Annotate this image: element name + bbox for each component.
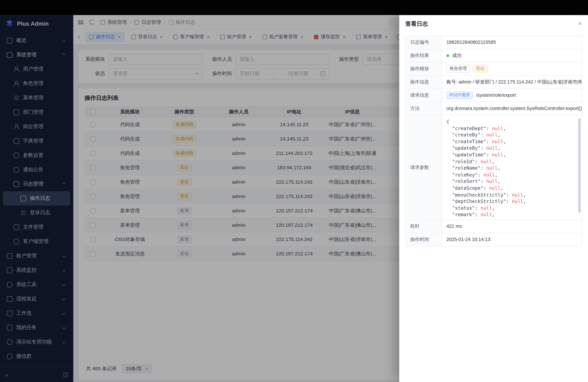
detail-label: 操作信息 xyxy=(406,76,442,88)
detail-label: 请求参数 xyxy=(406,115,442,219)
detail-label: 操作模块 xyxy=(406,63,442,75)
drawer-body: 日志编号1882612840802115585操作结果成功操作模块角色管理导出操… xyxy=(399,33,588,253)
http-method-tag: POST请求 xyxy=(446,91,473,99)
view-log-drawer: 查看日志 × 日志编号1882612840802115585操作结果成功操作模块… xyxy=(399,15,588,382)
detail-label: 请求信息 xyxy=(406,89,442,102)
detail-value-text: 2025-01-24 10:14:13 xyxy=(446,237,490,242)
detail-value: org.dromara.system.controller.system.Sys… xyxy=(442,102,582,115)
screen: Plus Admin 概览系统管理用户管理角色管理菜单管理部门管理岗位管理字典管… xyxy=(0,0,588,382)
app-window: Plus Admin 概览系统管理用户管理角色管理菜单管理部门管理岗位管理字典管… xyxy=(0,15,588,382)
detail-row: 请求参数{ "createDept": null, "createBy": nu… xyxy=(405,115,582,220)
detail-label: 日志编号 xyxy=(406,36,442,49)
detail-row: 日志编号1882612840802115585 xyxy=(405,36,582,49)
module-tag: 角色管理 xyxy=(446,65,470,73)
drawer-header: 查看日志 × xyxy=(399,15,588,33)
letterbox-top xyxy=(0,0,588,15)
request-path: /system/role/export xyxy=(476,93,516,98)
detail-value: { "createDept": null, "createBy": null, … xyxy=(442,115,582,219)
success-dot-icon xyxy=(446,54,449,57)
detail-value: 2025-01-24 10:14:13 xyxy=(442,233,582,246)
detail-label: 耗时 xyxy=(406,220,442,233)
module-tag: 导出 xyxy=(473,65,487,73)
detail-row: 操作时间2025-01-24 10:14:13 xyxy=(405,233,582,246)
detail-row: 耗时421 ms xyxy=(405,220,582,233)
detail-row: 操作模块角色管理导出 xyxy=(405,63,582,76)
detail-row: 请求信息POST请求/system/role/export xyxy=(405,89,582,102)
request-params-code[interactable]: { "createDept": null, "createBy": null, … xyxy=(442,115,582,219)
detail-row: 操作结果成功 xyxy=(405,49,582,63)
detail-value-text: 421 ms xyxy=(446,224,462,229)
detail-value-text: org.dromara.system.controller.system.Sys… xyxy=(446,106,582,111)
detail-value: POST请求/system/role/export xyxy=(442,89,582,102)
detail-row: 操作信息账号: admin / 研发部门 / 222.175.114.242 /… xyxy=(405,76,582,89)
close-icon[interactable]: × xyxy=(578,20,582,28)
detail-value: 421 ms xyxy=(442,220,582,233)
detail-value-text: 账号: admin / 研发部门 / 222.175.114.242 / 中国|… xyxy=(446,79,582,85)
status-text: 成功 xyxy=(452,52,462,59)
detail-value: 1882612840802115585 xyxy=(442,36,582,49)
detail-row: 方法org.dromara.system.controller.system.S… xyxy=(405,102,582,115)
detail-label: 操作时间 xyxy=(406,233,442,246)
detail-value: 成功 xyxy=(442,49,582,62)
detail-label: 操作结果 xyxy=(406,49,442,62)
drawer-title: 查看日志 xyxy=(405,20,428,27)
detail-value-text: 1882612840802115585 xyxy=(446,40,496,45)
log-detail-table: 日志编号1882612840802115585操作结果成功操作模块角色管理导出操… xyxy=(405,35,582,246)
scrollbar-thumb[interactable] xyxy=(578,118,581,213)
detail-value: 账号: admin / 研发部门 / 222.175.114.242 / 中国|… xyxy=(442,76,582,88)
detail-label: 方法 xyxy=(406,102,442,115)
detail-value: 角色管理导出 xyxy=(442,63,582,75)
